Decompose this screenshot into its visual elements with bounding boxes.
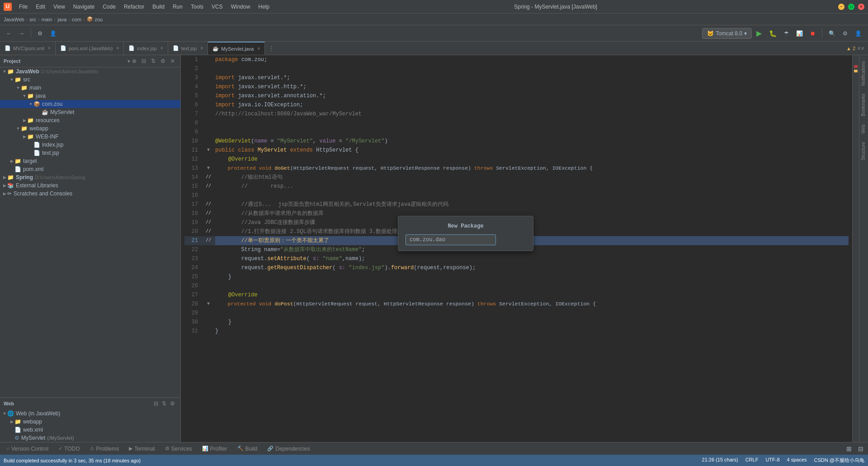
split-vertical-button[interactable]: ⊞	[844, 443, 854, 454]
tree-item-web-myservlet[interactable]: ▶ ⚙ MyServlet (/MyServlet)	[0, 434, 180, 442]
profiler-tab[interactable]: 📊 Profiler	[198, 444, 232, 453]
menu-run[interactable]: Run	[169, 3, 186, 11]
settings-button[interactable]: ⚙	[159, 57, 167, 65]
tree-item-web-javaweb[interactable]: ▼ 🌐 Web (in JavaWeb)	[0, 409, 180, 418]
problems-tab[interactable]: ⚠ Problems	[85, 444, 124, 453]
build-tab[interactable]: 🔨 Build	[233, 444, 262, 453]
tree-item-resources[interactable]: ▶ 📁 resources	[0, 116, 180, 124]
terminal-tab[interactable]: ▶ Terminal	[124, 444, 159, 453]
bookmarks-tab[interactable]: Bookmarks	[860, 90, 868, 120]
tab-text-jsp[interactable]: 📄 text.jsp ×	[168, 42, 208, 55]
tree-item-spring[interactable]: ▶ 📁 Spring D:\Users\Admin\Spring	[0, 173, 180, 181]
tree-item-text-jsp[interactable]: ▶ 📄 text.jsp	[0, 149, 180, 157]
web-tab[interactable]: Web	[860, 121, 868, 137]
breadcrumb-project[interactable]: JavaWeb	[4, 17, 24, 22]
close-tab-myservlet[interactable]: ×	[257, 46, 260, 51]
menu-tools[interactable]: Tools	[187, 3, 207, 11]
search-everywhere-button[interactable]: 🔍	[826, 29, 838, 38]
tree-item-java[interactable]: ▼ 📁 java	[0, 92, 180, 100]
tree-item-main[interactable]: ▼ 📁 main	[0, 84, 180, 92]
web-section-header[interactable]: Web ⊟ ⇅ ⚙	[0, 398, 180, 409]
toolbar-settings-button[interactable]: ⚙	[35, 29, 45, 38]
maximize-button[interactable]: □	[848, 4, 854, 10]
breadcrumb-src[interactable]: src	[29, 17, 36, 22]
menu-refactor[interactable]: Refactor	[120, 3, 148, 11]
user-avatar[interactable]: 👤	[852, 29, 864, 38]
menu-view[interactable]: View	[50, 3, 69, 11]
tab-myservlet[interactable]: ☕ MyServlet.java ×	[208, 42, 265, 55]
menu-navigate[interactable]: Navigate	[70, 3, 98, 11]
web-sort-button[interactable]: ⇅	[160, 399, 168, 408]
breadcrumb-main[interactable]: main	[42, 17, 52, 22]
services-tab[interactable]: ⚙ Services	[160, 444, 197, 453]
new-package-input[interactable]	[406, 234, 496, 245]
menu-code[interactable]: Code	[99, 3, 119, 11]
notifications-tab[interactable]: Notifications	[860, 57, 868, 89]
version-control-tab[interactable]: ⑂ Version Control	[2, 444, 53, 453]
dependencies-tab[interactable]: 🔗 Dependencies	[263, 444, 315, 453]
minimize-button[interactable]: −	[838, 4, 844, 10]
sort-button[interactable]: ⇅	[149, 57, 157, 65]
stop-button[interactable]: ⏹	[807, 29, 818, 38]
menu-build[interactable]: Build	[149, 3, 168, 11]
tree-item-pom[interactable]: ▶ 📄 pom.xml	[0, 165, 180, 173]
coverage-button[interactable]: ☂	[781, 29, 792, 38]
breadcrumb-zou[interactable]: zou	[95, 17, 103, 22]
split-horizontal-button[interactable]: ⊟	[855, 443, 866, 454]
close-tab-pom-javaweb[interactable]: ×	[117, 46, 119, 51]
code-line-24: 24 request.getRequestDispatcher( s: "ind…	[184, 263, 849, 272]
line-num-11: 11	[184, 146, 202, 155]
web-settings-button[interactable]: ⚙	[168, 399, 177, 408]
close-button[interactable]: ×	[858, 4, 864, 10]
gutter-down-icon[interactable]: ∨	[861, 45, 864, 51]
web-collapse-button[interactable]: ⊟	[152, 399, 160, 408]
menu-window[interactable]: Window	[227, 3, 254, 11]
tree-item-web-inf[interactable]: ▶ 📁 WEB-INF	[0, 133, 180, 141]
toolbar-profile-button[interactable]: 👤	[47, 29, 59, 38]
tree-item-myservlet[interactable]: ▶ ☕ MyServlet	[0, 108, 180, 116]
indent[interactable]: 4 spaces	[787, 457, 807, 464]
structure-tab[interactable]: Structure	[860, 138, 868, 164]
line-num-25: 25	[184, 272, 202, 281]
toolbar-back-button[interactable]: ←	[4, 29, 14, 38]
close-tab-mvc-pom[interactable]: ×	[48, 46, 51, 51]
line-separator[interactable]: CRLF	[745, 457, 759, 464]
debug-button[interactable]: 🐛	[766, 28, 779, 39]
tomcat-config-button[interactable]: 🐱 Tomcat 8.0 ▾	[702, 28, 752, 39]
code-line-7: 7 //http://localhost:8080/JavaWeb_war/My…	[184, 109, 849, 119]
menu-file[interactable]: File	[15, 3, 31, 11]
tree-item-webapp[interactable]: ▼ 📁 webapp	[0, 124, 180, 133]
tree-item-index-jsp[interactable]: ▶ 📄 index.jsp	[0, 141, 180, 149]
code-editor[interactable]: 1 package com.zou; 2 3 import jav	[181, 55, 852, 442]
tree-item-web-webapp[interactable]: ▶ 📁 webapp	[0, 418, 180, 426]
close-tab-index-jsp[interactable]: ×	[160, 46, 163, 51]
tab-mvc-pom[interactable]: 📄 MVC\pom.xml ×	[0, 42, 56, 55]
profile-run-button[interactable]: 📊	[793, 29, 806, 38]
run-button[interactable]: ▶	[754, 27, 764, 39]
tab-overflow-button[interactable]: ⋮	[265, 42, 278, 55]
encoding[interactable]: UTF-8	[765, 457, 779, 464]
tree-item-javaweb[interactable]: ▼ 📁 JavaWeb D:\Users\Admin\JavaWeb	[0, 67, 180, 76]
tree-item-scratches[interactable]: ▶ ✏ Scratches and Consoles	[0, 190, 180, 198]
tree-item-com-zou[interactable]: ▼ 📦 com.zou	[0, 100, 180, 108]
hide-sidebar-button[interactable]: ✕	[169, 57, 177, 65]
gutter-up-icon[interactable]: ∧	[857, 45, 861, 51]
collapse-all-button[interactable]: ⊟	[140, 57, 148, 65]
tab-pom-javaweb[interactable]: 📄 pom.xml (JavaWeb) ×	[56, 42, 124, 55]
menu-edit[interactable]: Edit	[32, 3, 49, 11]
settings-gear-button[interactable]: ⚙	[840, 29, 850, 38]
tree-item-ext-libs[interactable]: ▶ 📚 External Libraries	[0, 181, 180, 190]
toolbar-forward-button[interactable]: →	[16, 29, 27, 38]
menu-help[interactable]: Help	[255, 3, 273, 11]
tab-index-jsp[interactable]: 📄 index.jsp ×	[124, 42, 168, 55]
line-num-12: 12	[184, 155, 202, 164]
tree-item-target[interactable]: ▶ 📁 target	[0, 157, 180, 165]
menu-vcs[interactable]: VCS	[208, 3, 226, 11]
tree-item-src[interactable]: ▼ 📁 src	[0, 76, 180, 84]
close-tab-text-jsp[interactable]: ×	[200, 46, 203, 51]
breadcrumb-com[interactable]: com	[72, 17, 81, 22]
tree-item-web-xml[interactable]: ▶ 📄 web.xml	[0, 426, 180, 434]
todo-tab[interactable]: ✓ TODO	[54, 444, 84, 453]
locate-file-button[interactable]: ⊕	[130, 57, 138, 65]
breadcrumb-java[interactable]: java	[57, 17, 66, 22]
